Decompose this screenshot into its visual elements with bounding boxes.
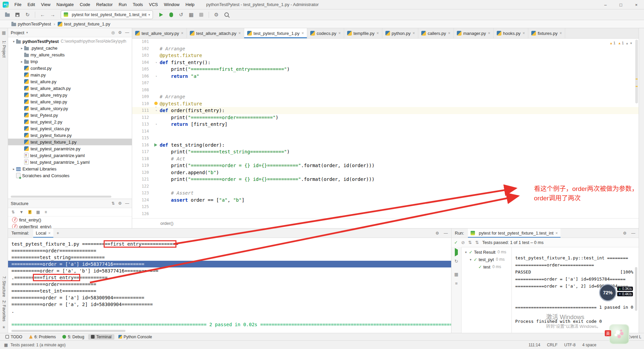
structure-item[interactable]: ffirst_entry() <box>8 216 132 223</box>
chevron-down-icon[interactable]: ▾ <box>468 258 473 261</box>
close-icon[interactable]: × <box>413 31 415 36</box>
code-line[interactable]: 120 order.append("b") <box>132 169 639 176</box>
tree-item[interactable]: test_allure_story.py <box>8 105 132 112</box>
filter-icon[interactable]: ▼ <box>19 210 23 214</box>
tree-item[interactable]: ▸.pytest_cache <box>8 45 132 51</box>
code-line[interactable]: 112 print("===========order=============… <box>132 114 639 121</box>
code-line[interactable]: 107 <box>132 80 639 87</box>
run-test-icon[interactable] <box>154 143 157 147</box>
code-line[interactable]: 117 print("==========test_string========… <box>132 148 639 155</box>
close-icon[interactable]: × <box>488 31 490 36</box>
test-tree-item[interactable]: ✓test0 ms <box>462 263 512 270</box>
terminal-line[interactable]: ===========order = ['a'] id=58300904====… <box>11 294 451 301</box>
run-button[interactable] <box>157 11 165 19</box>
tree-item[interactable]: ▸tmp <box>8 58 132 65</box>
run-tab[interactable]: pytest for test_pytest_fixture_1.test_in… <box>468 229 560 238</box>
terminal-line[interactable]: ===========order = ['a'] id=58377416====… <box>8 261 451 267</box>
rerun-button[interactable] <box>455 250 458 255</box>
terminal-line[interactable] <box>11 314 451 321</box>
show-ignored-icon[interactable]: ⊘ <box>461 240 465 245</box>
code-line[interactable]: 116def test_string(order): <box>132 142 639 149</box>
terminal-line[interactable]: ===========order = ['a', 2] id=58300904=… <box>11 301 451 308</box>
code-line[interactable]: 119 print("===========order = {} id={}==… <box>132 162 639 169</box>
menu-item[interactable]: Code <box>77 0 93 9</box>
terminal-line[interactable]: ==========order = ['a', 'b'] id=58377416… <box>11 267 451 274</box>
tree-item[interactable]: conftest.py <box>8 65 132 71</box>
sort-icon[interactable]: ⇅ <box>111 201 115 206</box>
close-icon[interactable]: × <box>338 31 341 36</box>
tool-window-button-debug[interactable]: 5: Debug <box>60 334 87 340</box>
gear-icon[interactable]: ⚙ <box>118 201 122 206</box>
menu-item[interactable]: Edit <box>24 0 38 9</box>
close-button[interactable]: × <box>629 0 644 9</box>
chevron-right-icon[interactable]: ▸ <box>11 167 16 171</box>
profiler-icon[interactable]: ▦ <box>187 11 195 19</box>
editor-tab[interactable]: python.py× <box>382 28 418 38</box>
tool-window-button-terminal[interactable]: Terminal <box>88 334 114 340</box>
structure-panel-header[interactable]: Structure ⇅ ⚙ — <box>8 199 132 208</box>
breadcrumb-item[interactable]: order() <box>160 221 173 226</box>
console-line[interactable]: PASSED [100%]= <box>515 268 634 276</box>
menu-item[interactable]: File <box>11 0 24 9</box>
status-item[interactable]: CRLF <box>547 343 557 347</box>
code-line[interactable]: 105 print("==========first_entry========… <box>132 66 639 73</box>
tree-item[interactable]: main.py <box>8 71 132 78</box>
stop-button[interactable] <box>197 11 205 19</box>
warning-indicator[interactable]: ▲1 <box>618 41 624 45</box>
rerun-failed-icon[interactable]: ↻ <box>454 259 458 264</box>
chevron-right-icon[interactable]: ▸ <box>19 60 24 63</box>
options-menu-icon[interactable]: ≡ <box>455 281 458 286</box>
menu-item[interactable]: View <box>38 0 53 9</box>
expand-icon[interactable]: ≡ <box>45 210 47 214</box>
show-fields-icon[interactable]: f <box>28 210 32 214</box>
tree-item[interactable]: ▸External Libraries <box>8 165 132 172</box>
code-line[interactable]: 110@pytest.fixture <box>132 100 639 107</box>
sort-alphabetically-icon[interactable]: ⇅ <box>468 240 472 245</box>
code-line[interactable]: 103@pytest.fixture <box>132 52 639 59</box>
editor-tab[interactable]: codecs.py× <box>307 28 344 38</box>
close-icon[interactable]: × <box>523 31 525 36</box>
terminal-line[interactable]: .==========first_entry============ <box>11 274 451 281</box>
debug-button[interactable] <box>167 11 175 19</box>
tool-window-stripe-button[interactable]: 7: Structure <box>2 276 6 297</box>
editor-tab[interactable]: test_allure_attach.py× <box>187 28 244 38</box>
code-line[interactable]: 109# Arrange <box>132 93 639 100</box>
tree-item[interactable]: test_pytest_fixture_1.py <box>8 139 132 145</box>
tree-item[interactable]: Scratches and Consoles <box>8 172 132 179</box>
close-icon[interactable]: × <box>181 31 183 36</box>
tree-item[interactable]: test_allure_step.py <box>8 98 132 105</box>
locate-file-icon[interactable]: ◎ <box>111 30 115 35</box>
save-all-icon[interactable] <box>13 11 21 19</box>
test-tree-item[interactable]: ▾✓test_pyt0 ms <box>462 256 512 263</box>
tool-window-button-python-console[interactable]: Python Console <box>116 334 155 340</box>
status-item[interactable]: 111:14 <box>529 343 540 347</box>
menu-item[interactable]: Window <box>161 0 182 9</box>
code-line[interactable]: 102# Arrange <box>132 45 639 52</box>
editor-tab[interactable]: manager.py× <box>454 28 494 38</box>
run-configuration-select[interactable]: pytest for test_pytest_fixture_1.test_in… <box>61 10 153 19</box>
tool-window-button-todo[interactable]: TODO <box>3 334 25 340</box>
favorites-star-icon[interactable]: ★ <box>2 325 6 330</box>
code-line[interactable]: 113▾ return [first_entry] <box>132 121 639 128</box>
terminal-line[interactable]: . <box>11 308 451 314</box>
tool-window-stripe-button[interactable]: 2: Favorites <box>2 300 6 321</box>
sort-icon[interactable]: ⇅ <box>11 210 15 214</box>
tree-item[interactable]: test_allure_attach.py <box>8 85 132 92</box>
editor-tab[interactable]: tempfile.py× <box>344 28 382 38</box>
chevron-down-icon[interactable]: ▾ <box>11 40 16 43</box>
chevron-right-icon[interactable]: ▸ <box>19 46 24 50</box>
intention-bulb-icon[interactable] <box>154 102 158 105</box>
test-tree-item[interactable]: ▾✓Test Result0 ms <box>462 248 512 256</box>
close-icon[interactable]: × <box>559 31 562 36</box>
terminal-line[interactable]: ============order============= <box>11 281 451 288</box>
console-line[interactable]: =============================== 1 passed… <box>515 304 634 311</box>
forward-icon[interactable]: → <box>49 11 57 19</box>
menu-item[interactable]: Tools <box>130 0 146 9</box>
code-line[interactable]: 101 <box>132 38 639 45</box>
refresh-icon[interactable]: ↻ <box>23 11 32 19</box>
minimize-button[interactable]: – <box>598 0 613 9</box>
breadcrumb-item[interactable]: test_pytest_fixture_1.py <box>56 21 111 27</box>
new-terminal-icon[interactable]: + <box>57 231 59 236</box>
code-line[interactable]: 111▾def order(first_entry): <box>132 107 639 114</box>
code-line[interactable]: 114 <box>132 128 639 135</box>
